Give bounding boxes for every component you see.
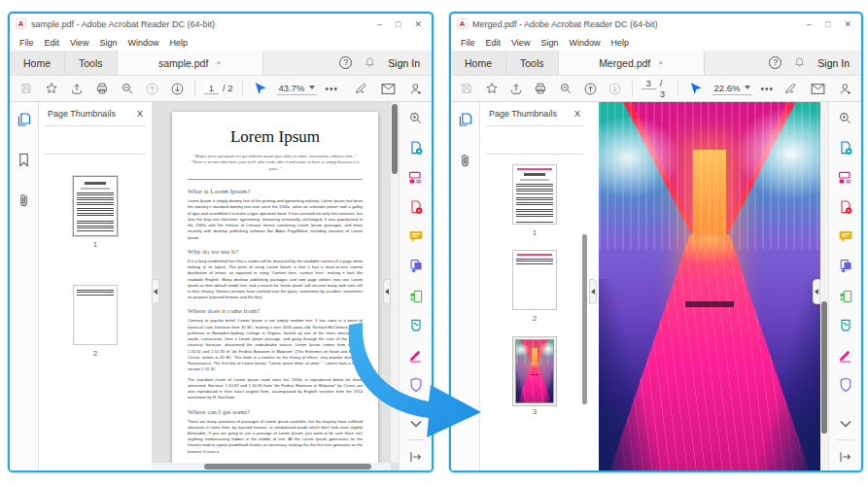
vertical-scrollbar[interactable] bbox=[820, 102, 828, 471]
tab-document[interactable]: sample.pdf × bbox=[118, 51, 263, 75]
create-pdf-icon[interactable] bbox=[407, 140, 424, 157]
zoom-level-dropdown[interactable]: 22.6% bbox=[712, 83, 752, 95]
star-icon[interactable] bbox=[483, 80, 499, 98]
account-person-icon[interactable] bbox=[837, 80, 853, 98]
tab-home[interactable]: Home bbox=[451, 51, 506, 75]
menu-help[interactable]: Help bbox=[610, 38, 629, 48]
print-icon[interactable] bbox=[93, 80, 110, 98]
zoom-level-dropdown[interactable]: 43.7% bbox=[277, 83, 317, 95]
close-button[interactable]: ✕ bbox=[414, 19, 422, 29]
collapse-tools-handle[interactable] bbox=[383, 279, 391, 304]
email-envelope-icon[interactable] bbox=[380, 80, 397, 98]
sign-in-button[interactable]: Sign In bbox=[388, 57, 420, 69]
thumbnail-page-2[interactable]: 2 bbox=[480, 250, 589, 323]
request-signatures-icon[interactable] bbox=[837, 318, 853, 334]
thumbnail-page-1[interactable]: 1 bbox=[39, 176, 152, 249]
thumbnail-page-1[interactable]: 1 bbox=[480, 164, 589, 237]
export-pdf-icon[interactable] bbox=[407, 199, 424, 216]
tab-tools[interactable]: Tools bbox=[506, 51, 559, 75]
help-icon[interactable]: ? bbox=[339, 56, 352, 69]
menu-edit[interactable]: Edit bbox=[45, 38, 60, 48]
zoom-out-icon[interactable] bbox=[558, 80, 573, 98]
search-tools-icon[interactable] bbox=[837, 110, 853, 126]
print-icon[interactable] bbox=[533, 80, 548, 98]
tab-close-icon[interactable]: × bbox=[216, 58, 221, 67]
more-tools-chevron-icon[interactable] bbox=[837, 415, 853, 432]
select-tool-cursor-icon[interactable] bbox=[687, 80, 703, 98]
minimize-button[interactable]: – bbox=[377, 19, 382, 29]
sign-in-button[interactable]: Sign In bbox=[817, 57, 850, 69]
current-page-input[interactable]: 1 bbox=[204, 83, 219, 94]
menu-file[interactable]: File bbox=[19, 38, 34, 48]
tab-close-icon[interactable]: × bbox=[658, 58, 663, 67]
zoom-out-icon[interactable] bbox=[119, 80, 135, 98]
collapse-panel-handle[interactable] bbox=[589, 279, 597, 304]
menu-sign[interactable]: Sign bbox=[540, 38, 558, 48]
tab-document[interactable]: Merged.pdf × bbox=[559, 51, 705, 75]
star-icon[interactable] bbox=[43, 80, 59, 98]
tab-home[interactable]: Home bbox=[10, 51, 65, 75]
notification-bell-icon[interactable] bbox=[364, 56, 376, 69]
email-envelope-icon[interactable] bbox=[810, 80, 826, 98]
page-number-field[interactable]: 1 / 2 bbox=[204, 83, 233, 94]
organize-pages-icon[interactable] bbox=[837, 169, 853, 186]
menu-window[interactable]: Window bbox=[127, 38, 158, 48]
current-page-input[interactable]: 3 bbox=[642, 78, 656, 89]
menu-sign[interactable]: Sign bbox=[99, 38, 117, 48]
menu-file[interactable]: File bbox=[461, 38, 475, 48]
account-person-icon[interactable] bbox=[407, 80, 424, 98]
next-page-icon[interactable] bbox=[607, 80, 622, 98]
page-number-field[interactable]: 3 / 3 bbox=[642, 78, 670, 99]
comment-icon[interactable] bbox=[837, 228, 853, 245]
attachments-paperclip-icon[interactable] bbox=[459, 153, 471, 168]
create-pdf-icon[interactable] bbox=[837, 140, 853, 157]
more-tools-button[interactable]: ••• bbox=[761, 84, 775, 94]
bookmarks-icon[interactable] bbox=[17, 153, 30, 167]
export-pdf-icon[interactable] bbox=[837, 199, 853, 216]
thumbnail-page-3[interactable]: 3 bbox=[480, 339, 589, 416]
menu-edit[interactable]: Edit bbox=[486, 38, 502, 48]
save-icon[interactable] bbox=[459, 80, 474, 98]
signature-pen-icon[interactable] bbox=[353, 80, 369, 98]
search-tools-icon[interactable] bbox=[407, 110, 424, 126]
horizontal-scrollbar[interactable] bbox=[152, 463, 391, 471]
signature-pen-icon[interactable] bbox=[782, 80, 799, 98]
maximize-button[interactable]: □ bbox=[825, 19, 830, 29]
save-icon[interactable] bbox=[17, 80, 34, 98]
menu-view[interactable]: View bbox=[511, 38, 530, 48]
select-tool-cursor-icon[interactable] bbox=[252, 80, 268, 98]
previous-page-icon[interactable] bbox=[582, 80, 598, 98]
minimize-button[interactable]: – bbox=[807, 19, 812, 29]
share-upload-icon[interactable] bbox=[508, 80, 524, 98]
page-thumbnails-icon[interactable] bbox=[17, 112, 32, 127]
thumbnail-page-2[interactable]: 2 bbox=[39, 285, 152, 358]
expand-pane-icon[interactable] bbox=[837, 448, 853, 465]
combine-files-icon[interactable] bbox=[407, 259, 424, 275]
titlebar[interactable]: A sample.pdf - Adobe Acrobat Reader DC (… bbox=[10, 14, 432, 34]
next-page-icon[interactable] bbox=[169, 80, 186, 98]
protect-icon[interactable] bbox=[837, 377, 853, 394]
previous-page-icon[interactable] bbox=[144, 80, 160, 98]
menu-window[interactable]: Window bbox=[569, 38, 600, 48]
edit-pdf-icon[interactable] bbox=[407, 288, 424, 304]
edit-pdf-icon[interactable] bbox=[837, 288, 853, 304]
close-button[interactable]: ✕ bbox=[844, 19, 851, 29]
tab-tools[interactable]: Tools bbox=[65, 51, 118, 75]
organize-pages-icon[interactable] bbox=[407, 169, 424, 186]
thumbnails-scrollbar[interactable] bbox=[582, 102, 587, 471]
expand-pane-icon[interactable] bbox=[407, 448, 424, 465]
panel-close-icon[interactable]: X bbox=[137, 109, 143, 119]
share-upload-icon[interactable] bbox=[68, 80, 85, 98]
combine-files-icon[interactable] bbox=[837, 259, 853, 275]
menu-view[interactable]: View bbox=[70, 38, 88, 48]
more-tools-button[interactable]: ••• bbox=[326, 84, 339, 94]
menu-help[interactable]: Help bbox=[169, 38, 188, 48]
collapse-panel-handle[interactable] bbox=[152, 279, 159, 304]
collapse-tools-handle[interactable] bbox=[813, 279, 820, 304]
panel-close-icon[interactable]: X bbox=[574, 109, 580, 119]
comment-icon[interactable] bbox=[407, 228, 424, 245]
help-icon[interactable]: ? bbox=[769, 56, 781, 69]
attachments-paperclip-icon[interactable] bbox=[17, 192, 30, 208]
titlebar[interactable]: A Merged.pdf - Adobe Acrobat Reader DC (… bbox=[451, 14, 861, 34]
fill-sign-icon[interactable] bbox=[837, 347, 853, 364]
